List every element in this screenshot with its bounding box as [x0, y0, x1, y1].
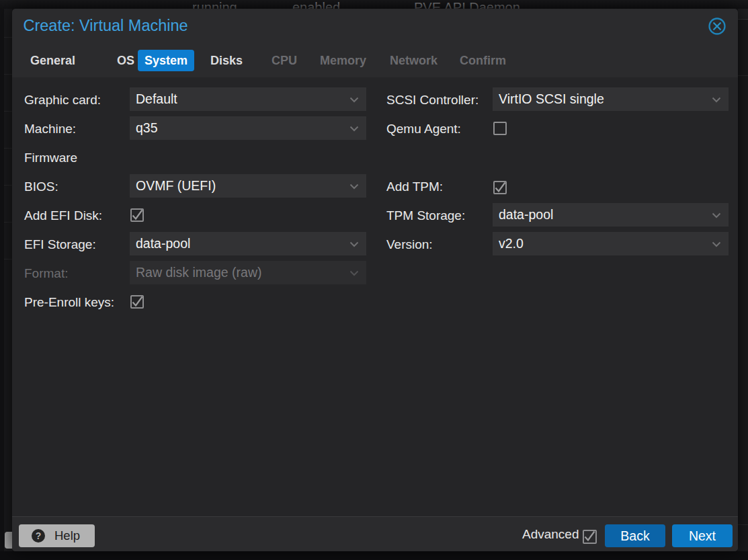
svg-text:?: ? [36, 530, 42, 541]
